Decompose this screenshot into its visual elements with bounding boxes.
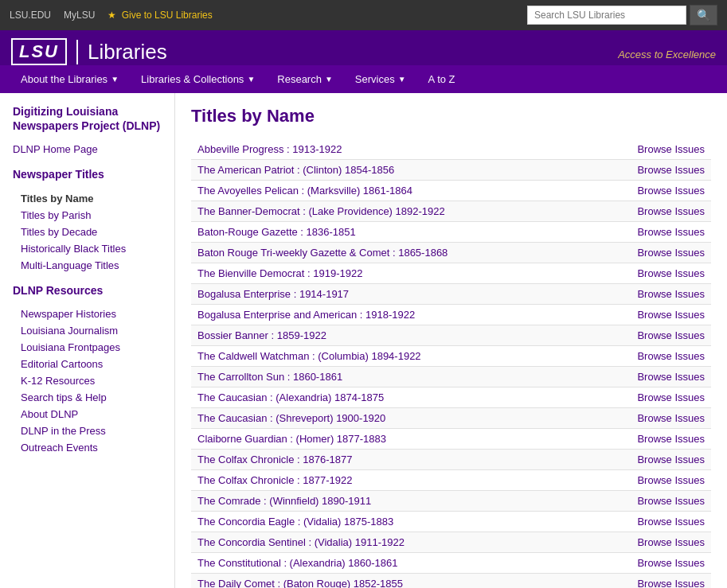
table-row: Baton-Rouge Gazette : 1836-1851Browse Is…	[191, 222, 711, 243]
browse-issues-link[interactable]: Browse Issues	[637, 205, 705, 217]
newspaper-links: Titles by Name Titles by Parish Titles b…	[13, 190, 166, 274]
table-row: The Bienville Democrat : 1919-1922Browse…	[191, 263, 711, 284]
title-link[interactable]: The Colfax Chronicle : 1876-1877	[197, 454, 352, 465]
access-tagline: Access to Excellence	[618, 49, 716, 65]
k12-resources-link[interactable]: K-12 Resources	[21, 372, 166, 389]
title-link[interactable]: The Caucasian : (Alexandria) 1874-1875	[197, 391, 384, 403]
browse-issues-link[interactable]: Browse Issues	[637, 350, 705, 362]
browse-issues-link[interactable]: Browse Issues	[637, 226, 705, 238]
browse-cell: Browse Issues	[616, 574, 711, 589]
browse-cell: Browse Issues	[616, 305, 711, 325]
browse-issues-link[interactable]: Browse Issues	[637, 164, 705, 176]
title-link[interactable]: Bossier Banner : 1859-1922	[197, 329, 326, 341]
browse-cell: Browse Issues	[616, 263, 711, 284]
browse-cell: Browse Issues	[616, 325, 711, 346]
title-cell: Bogalusa Enterprise and American : 1918-…	[191, 305, 616, 325]
browse-cell: Browse Issues	[616, 139, 711, 160]
title-cell: Bossier Banner : 1859-1922	[191, 325, 616, 346]
title-link[interactable]: The Caucasian : (Shreveport) 1900-1920	[197, 412, 385, 424]
louisiana-journalism-link[interactable]: Louisiana Journalism	[21, 322, 166, 339]
title-link[interactable]: The Banner-Democrat : (Lake Providence) …	[197, 205, 445, 217]
search-button[interactable]: 🔍	[690, 5, 717, 25]
title-link[interactable]: Baton Rouge Tri-weekly Gazette & Comet :…	[197, 247, 448, 259]
titles-by-decade-link[interactable]: Titles by Decade	[21, 224, 166, 240]
table-row: The Constitutional : (Alexandria) 1860-1…	[191, 553, 711, 574]
browse-issues-link[interactable]: Browse Issues	[637, 267, 705, 279]
nav-about[interactable]: About the Libraries ▼	[10, 65, 130, 93]
browse-issues-link[interactable]: Browse Issues	[637, 329, 705, 341]
lsu-edu-link[interactable]: LSU.EDU	[10, 10, 51, 21]
browse-cell: Browse Issues	[616, 408, 711, 429]
browse-cell: Browse Issues	[616, 491, 711, 512]
table-row: The Caucasian : (Alexandria) 1874-1875Br…	[191, 387, 711, 408]
search-tips-link[interactable]: Search tips & Help	[21, 389, 166, 406]
nav-services[interactable]: Services ▼	[344, 65, 417, 93]
browse-issues-link[interactable]: Browse Issues	[637, 391, 705, 403]
content-area: Digitizing Louisiana Newspapers Project …	[0, 93, 727, 588]
search-input[interactable]	[527, 6, 686, 25]
title-cell: The Caucasian : (Alexandria) 1874-1875	[191, 387, 616, 408]
title-link[interactable]: The Daily Comet : (Baton Rouge) 1852-185…	[197, 578, 403, 588]
title-link[interactable]: Bogalusa Enterprise and American : 1918-…	[197, 309, 415, 321]
browse-issues-link[interactable]: Browse Issues	[637, 474, 705, 486]
titles-by-name-link[interactable]: Titles by Name	[21, 190, 166, 207]
browse-cell: Browse Issues	[616, 512, 711, 532]
browse-issues-link[interactable]: Browse Issues	[637, 516, 705, 528]
title-cell: The Colfax Chronicle : 1877-1922	[191, 470, 616, 491]
title-link[interactable]: The Caldwell Watchman : (Columbia) 1894-…	[197, 350, 421, 362]
browse-issues-link[interactable]: Browse Issues	[637, 247, 705, 259]
browse-issues-link[interactable]: Browse Issues	[637, 288, 705, 300]
outreach-events-link[interactable]: Outreach Events	[21, 439, 166, 456]
mylsu-link[interactable]: MyLSU	[64, 10, 95, 21]
title-cell: The Caucasian : (Shreveport) 1900-1920	[191, 408, 616, 429]
title-link[interactable]: The Concordia Eagle : (Vidalia) 1875-188…	[197, 516, 393, 528]
title-link[interactable]: Bogalusa Enterprise : 1914-1917	[197, 288, 349, 300]
browse-issues-link[interactable]: Browse Issues	[637, 185, 705, 197]
give-link[interactable]: ★ Give to LSU Libraries	[107, 10, 212, 21]
browse-issues-link[interactable]: Browse Issues	[637, 454, 705, 465]
title-link[interactable]: The American Patriot : (Clinton) 1854-18…	[197, 164, 394, 176]
nav-libraries[interactable]: Libraries & Collections ▼	[130, 65, 266, 93]
browse-issues-link[interactable]: Browse Issues	[637, 536, 705, 548]
newspaper-histories-link[interactable]: Newspaper Histories	[21, 306, 166, 322]
title-link[interactable]: Baton-Rouge Gazette : 1836-1851	[197, 226, 356, 238]
browse-issues-link[interactable]: Browse Issues	[637, 309, 705, 321]
title-link[interactable]: The Colfax Chronicle : 1877-1922	[197, 474, 352, 486]
browse-issues-link[interactable]: Browse Issues	[637, 371, 705, 383]
dlnp-press-link[interactable]: DLNP in the Press	[21, 423, 166, 439]
nav-research[interactable]: Research ▼	[266, 65, 344, 93]
title-link[interactable]: Abbeville Progress : 1913-1922	[197, 143, 342, 155]
louisiana-frontpages-link[interactable]: Louisiana Frontpages	[21, 339, 166, 356]
title-link[interactable]: The Carrollton Sun : 1860-1861	[197, 371, 342, 383]
editorial-cartoons-link[interactable]: Editorial Cartoons	[21, 356, 166, 372]
title-link[interactable]: The Comrade : (Winnfield) 1890-1911	[197, 495, 371, 507]
about-dlnp-link[interactable]: About DLNP	[21, 406, 166, 423]
browse-cell: Browse Issues	[616, 532, 711, 553]
browse-issues-link[interactable]: Browse Issues	[637, 578, 705, 588]
title-link[interactable]: Claiborne Guardian : (Homer) 1877-1883	[197, 433, 386, 445]
historically-black-link[interactable]: Historically Black Titles	[21, 240, 166, 257]
top-bar: LSU.EDU MyLSU ★ Give to LSU Libraries 🔍	[0, 0, 727, 30]
browse-issues-link[interactable]: Browse Issues	[637, 495, 705, 507]
browse-issues-link[interactable]: Browse Issues	[637, 412, 705, 424]
multi-language-link[interactable]: Multi-Language Titles	[21, 257, 166, 274]
dlnp-home-link[interactable]: DLNP Home Page	[13, 141, 166, 158]
browse-issues-link[interactable]: Browse Issues	[637, 557, 705, 569]
browse-cell: Browse Issues	[616, 429, 711, 450]
title-cell: The Constitutional : (Alexandria) 1860-1…	[191, 553, 616, 574]
table-row: The American Patriot : (Clinton) 1854-18…	[191, 160, 711, 181]
browse-issues-link[interactable]: Browse Issues	[637, 143, 705, 155]
title-link[interactable]: The Avoyelles Pelican : (Marksville) 186…	[197, 185, 412, 197]
title-link[interactable]: The Bienville Democrat : 1919-1922	[197, 267, 362, 279]
nav-atoz[interactable]: A to Z	[417, 65, 467, 93]
browse-cell: Browse Issues	[616, 450, 711, 470]
title-link[interactable]: The Constitutional : (Alexandria) 1860-1…	[197, 557, 397, 569]
title-link[interactable]: The Concordia Sentinel : (Vidalia) 1911-…	[197, 536, 405, 548]
titles-by-parish-link[interactable]: Titles by Parish	[21, 207, 166, 224]
gift-icon: ★	[107, 10, 116, 21]
table-row: The Caldwell Watchman : (Columbia) 1894-…	[191, 346, 711, 367]
title-cell: The Concordia Eagle : (Vidalia) 1875-188…	[191, 512, 616, 532]
chevron-down-icon: ▼	[325, 75, 333, 84]
browse-issues-link[interactable]: Browse Issues	[637, 433, 705, 445]
table-row: Abbeville Progress : 1913-1922Browse Iss…	[191, 139, 711, 160]
